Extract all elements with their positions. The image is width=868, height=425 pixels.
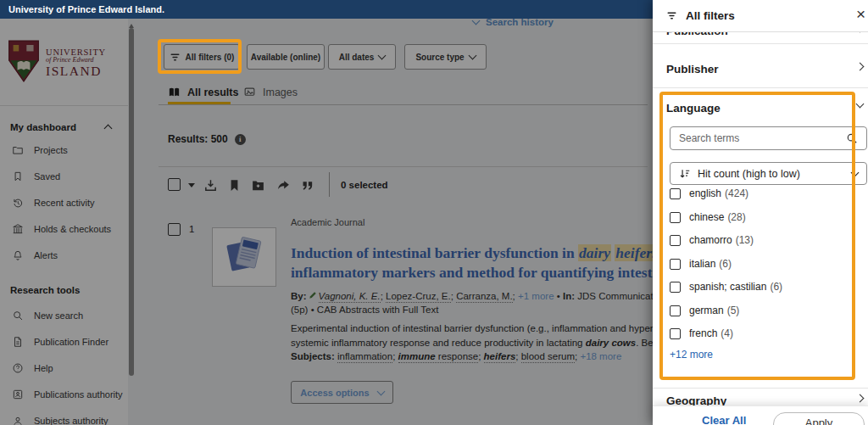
language-label: french bbox=[689, 327, 717, 339]
language-option-chamorro[interactable]: chamorro (13) bbox=[670, 234, 754, 246]
app-window: University of Prince Edward Island. UNIV… bbox=[0, 0, 868, 425]
language-option-italian[interactable]: italian (6) bbox=[670, 258, 732, 270]
section-language[interactable]: Language bbox=[666, 102, 721, 115]
apply-button[interactable]: Apply bbox=[773, 412, 865, 425]
language-option-english[interactable]: english (424) bbox=[670, 187, 748, 199]
chevron-down-icon bbox=[851, 168, 860, 176]
chevron-right-icon bbox=[856, 394, 865, 403]
chevron-right-icon bbox=[856, 63, 865, 71]
sort-dropdown[interactable]: Hit count (high to low) bbox=[670, 162, 867, 185]
panel-divider bbox=[653, 87, 868, 88]
checkbox[interactable] bbox=[670, 212, 681, 223]
clear-all-link[interactable]: Clear All bbox=[702, 414, 746, 425]
language-option-french[interactable]: french (4) bbox=[670, 327, 733, 339]
language-search-input[interactable] bbox=[670, 126, 867, 150]
panel-header: All filters bbox=[653, 0, 868, 32]
institution-title: University of Prince Edward Island. bbox=[8, 4, 164, 14]
checkbox[interactable] bbox=[670, 282, 681, 293]
apply-label: Apply bbox=[805, 417, 833, 425]
language-option-spanish-castilian[interactable]: spanish; castilian (6) bbox=[670, 281, 782, 293]
language-option-german[interactable]: german (5) bbox=[670, 305, 739, 316]
language-count: (13) bbox=[736, 234, 754, 246]
modal-scrim bbox=[0, 19, 653, 425]
checkbox[interactable] bbox=[670, 259, 681, 270]
language-label: german bbox=[689, 305, 724, 316]
language-count: (424) bbox=[725, 187, 748, 199]
language-option-chinese[interactable]: chinese (28) bbox=[670, 211, 746, 223]
all-filters-panel: All filters × Publication Publisher Lang… bbox=[653, 0, 868, 425]
language-label: english bbox=[689, 187, 721, 199]
language-count: (5) bbox=[727, 305, 740, 316]
checkbox[interactable] bbox=[670, 328, 681, 339]
section-publisher[interactable]: Publisher bbox=[666, 63, 719, 75]
close-icon[interactable]: × bbox=[856, 5, 865, 24]
search-icon[interactable] bbox=[846, 132, 858, 144]
checkbox[interactable] bbox=[670, 305, 681, 316]
show-more-languages-link[interactable]: +12 more bbox=[670, 349, 713, 361]
language-label: chamorro bbox=[689, 234, 732, 246]
language-count: (6) bbox=[770, 281, 782, 293]
panel-title: All filters bbox=[686, 9, 735, 22]
language-count: (28) bbox=[727, 211, 745, 223]
language-label: chinese bbox=[689, 211, 724, 223]
language-label: spanish; castilian bbox=[689, 281, 766, 293]
language-count: (4) bbox=[721, 327, 733, 339]
checkbox[interactable] bbox=[670, 188, 681, 199]
language-label: italian bbox=[689, 258, 715, 270]
panel-divider bbox=[653, 388, 868, 389]
panel-footer: Clear All Apply bbox=[653, 405, 868, 425]
panel-divider bbox=[653, 43, 868, 44]
chevron-down-icon bbox=[856, 100, 865, 109]
sort-icon bbox=[679, 168, 691, 180]
language-count: (6) bbox=[719, 258, 732, 270]
checkbox[interactable] bbox=[670, 235, 681, 246]
sort-label: Hit count (high to low) bbox=[698, 168, 800, 180]
filter-icon bbox=[666, 10, 677, 21]
